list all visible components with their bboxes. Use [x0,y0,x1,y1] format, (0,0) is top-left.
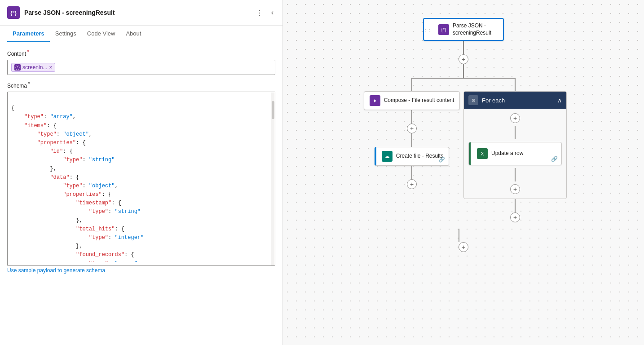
panel-title: Parse JSON - screeningResult [24,9,250,16]
top-group: ⋮⋮ {*} Parse JSON - screeningResult + [423,18,504,78]
content-input[interactable]: {*} screenin... × [7,60,275,75]
foreach-container: ⊡ For each ∧ + X Update a [463,91,567,199]
create-file-label: Create file - Results [396,153,443,159]
schema-scrollbar[interactable] [271,92,275,265]
add-after-create-file[interactable]: + [407,179,417,189]
h-branch-line [412,78,515,79]
right-branch-connector-top [515,78,516,91]
left-branch-connector-mid [411,110,412,124]
tag-close-button[interactable]: × [49,64,52,71]
split-area: ♦ Compose - File result content + ☁ Crea… [360,78,567,222]
parse-json-node-label: Parse JSON - screeningResult [453,22,491,36]
add-bottom[interactable]: + [459,242,468,252]
tab-settings[interactable]: Settings [50,26,82,42]
add-after-foreach[interactable]: + [510,212,520,222]
foreach-body: + X Update a row 🔗 + [464,109,566,199]
schema-content: { "type": "array", "items": { "type": "o… [11,96,271,262]
left-branch-connector-end [411,166,412,179]
create-file-icon: ☁ [382,151,393,162]
panel-icon: {*} [7,6,20,19]
excel-icon: X [477,148,488,159]
panel-header: {*} Parse JSON - screeningResult ⋮ ‹ [0,0,282,26]
tag-text: screenin... [22,64,47,71]
schema-scrollbar-thumb [272,101,274,119]
parse-json-icon: {*} [10,9,17,16]
foreach-header: ⊡ For each ∧ [464,92,566,109]
foreach-after-update-connector [515,168,516,181]
update-row-label: Update a row [491,150,523,157]
parse-json-node[interactable]: ⋮⋮ {*} Parse JSON - screeningResult [423,18,504,41]
panel-body: Content * {*} screenin... × Schema * { "… [0,42,282,345]
sample-payload-link[interactable]: Use sample payload to generate schema [7,267,105,274]
connector-2 [463,64,464,78]
right-panel[interactable]: ⋮⋮ {*} Parse JSON - screeningResult + ♦ … [283,0,644,345]
schema-editor[interactable]: { "type": "array", "items": { "type": "o… [7,92,275,266]
update-row-link-icon: 🔗 [551,156,558,162]
foreach-inner-connector [515,126,516,139]
flow-canvas: ⋮⋮ {*} Parse JSON - screeningResult + ♦ … [333,9,594,336]
tab-parameters[interactable]: Parameters [7,26,50,42]
update-row-accent [469,142,471,165]
tab-about[interactable]: About [120,26,146,42]
parse-json-node-icon: {*} [438,24,449,35]
content-label: Content * [7,49,275,57]
right-branch: ⊡ For each ∧ + X Update a [463,78,567,222]
create-file-node[interactable]: ☁ Create file - Results 🔗 [375,147,449,166]
collapse-button[interactable]: ‹ [269,7,275,19]
tabs: Parameters Settings Code View About [0,26,282,42]
add-compose[interactable]: + [407,124,417,133]
bottom-add-outer: + [459,229,468,252]
connector-1 [463,41,464,54]
panel-header-actions: ⋮ ‹ [254,7,275,19]
left-branch-connector-top [411,78,412,91]
update-row-inner: X Update a row [473,148,557,159]
bottom-connector [459,229,459,242]
foreach-header-left: ⊡ For each [468,95,505,105]
compose-node[interactable]: ♦ Compose - File result content [364,91,460,110]
left-branch-connector-btm [411,133,412,147]
tag-icon: {*} [14,64,21,71]
create-file-link-icon: 🔗 [439,157,445,163]
tab-code-view[interactable]: Code View [82,26,121,42]
foreach-label: For each [482,97,505,104]
schema-label: Schema * [7,81,275,89]
compose-node-label: Compose - File result content [384,97,454,104]
left-panel: {*} Parse JSON - screeningResult ⋮ ‹ Par… [0,0,283,345]
more-options-button[interactable]: ⋮ [254,7,265,19]
parse-json-drag-handle[interactable]: ⋮⋮ [424,19,431,40]
add-in-foreach-bottom[interactable]: + [510,184,520,194]
update-row-node[interactable]: X Update a row 🔗 [468,142,562,165]
add-after-parse-json[interactable]: + [459,54,468,64]
left-branch: ♦ Compose - File result content + ☁ Crea… [360,78,463,189]
add-in-foreach-top[interactable]: + [510,113,520,123]
content-tag: {*} screenin... × [11,63,55,72]
compose-icon: ♦ [370,95,380,106]
foreach-collapse-icon[interactable]: ∧ [557,97,562,104]
foreach-icon: ⊡ [468,95,478,105]
right-branch-connector-btm [515,199,516,212]
